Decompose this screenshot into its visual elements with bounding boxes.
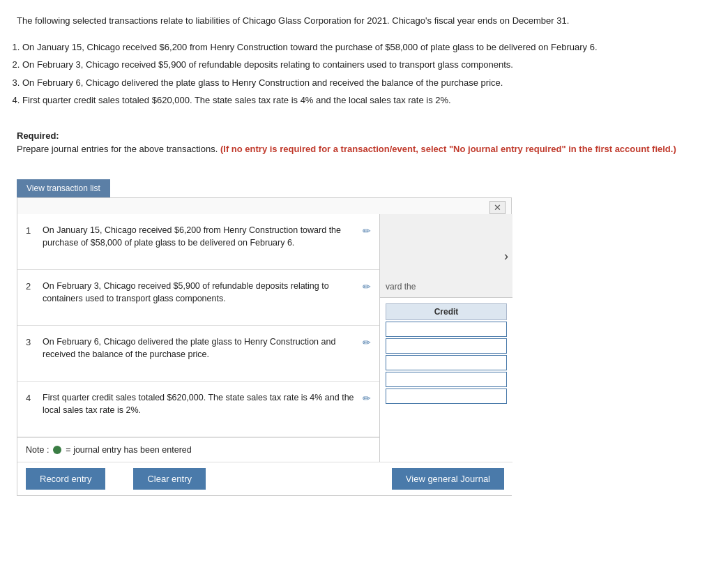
edit-icon[interactable]: ✏ [363,393,371,404]
intro-text: The following selected transactions rela… [17,14,686,28]
row-text: First quarter credit sales totaled $620,… [43,391,356,418]
transaction-container: 1 On January 15, Chicago received $6,200… [17,214,512,462]
transactions-list: On January 15, Chicago received $6,200 f… [17,40,697,107]
view-general-journal-button[interactable]: View general Journal [392,468,504,490]
edit-icon[interactable]: ✏ [363,281,371,292]
note-suffix: = journal entry has been entered [66,445,191,455]
credit-input-1[interactable] [386,322,507,337]
required-text: Prepare journal entries for the above tr… [17,144,218,154]
chevron-right-icon[interactable]: › [504,249,508,264]
right-panel: › vard the Credit [380,214,512,462]
note-row: Note : = journal entry has been entered [17,437,379,462]
edit-icon[interactable]: ✏ [363,337,371,348]
credit-section: Credit [380,298,512,411]
list-item: First quarter credit sales totaled $620,… [22,93,685,107]
row-text: On February 6, Chicago delivered the pla… [43,336,356,362]
vard-the-text: vard the [386,282,416,292]
note-dot-icon [53,446,61,454]
left-panel: 1 On January 15, Chicago received $6,200… [17,214,380,462]
row-number: 4 [26,393,37,403]
table-row: 4 First quarter credit sales totaled $62… [17,382,379,437]
view-transaction-list-button[interactable]: View transaction list [17,179,110,197]
required-highlight: (If no entry is required for a transacti… [220,144,676,154]
required-label: Required: [17,130,59,141]
list-item: On February 3, Chicago received $5,900 o… [22,58,685,72]
credit-input-2[interactable] [386,338,507,354]
row-number: 3 [26,337,37,347]
edit-icon[interactable]: ✏ [363,225,371,236]
table-row: 1 On January 15, Chicago received $6,200… [17,214,379,270]
bottom-buttons-row: Record entry Clear entry View general Jo… [17,462,512,495]
right-top-area: vard the [380,214,512,298]
credit-label: Credit [386,303,507,320]
row-text: On January 15, Chicago received $6,200 f… [43,224,356,250]
record-entry-button[interactable]: Record entry [26,468,105,490]
row-number: 2 [26,281,37,292]
clear-entry-button[interactable]: Clear entry [133,468,206,490]
note-prefix: Note : [26,445,49,455]
row-text: On February 3, Chicago received $5,900 o… [43,280,356,306]
list-item: On February 6, Chicago delivered the pla… [22,76,685,90]
credit-input-3[interactable] [386,355,507,370]
list-item: On January 15, Chicago received $6,200 f… [22,40,685,54]
view-transaction-wrapper: View transaction list [17,179,110,197]
table-row: 3 On February 6, Chicago delivered the p… [17,326,379,382]
transaction-panel: ✕ 1 On January 15, Chicago received $6,2… [17,197,512,496]
close-icon[interactable]: ✕ [489,201,506,214]
table-row: 2 On February 3, Chicago received $5,900… [17,270,379,326]
cross-icon-row: ✕ [17,198,511,214]
credit-input-4[interactable] [386,372,507,387]
row-number: 1 [26,225,37,236]
credit-input-5[interactable] [386,389,507,404]
required-section: Required: Prepare journal entries for th… [17,129,686,156]
